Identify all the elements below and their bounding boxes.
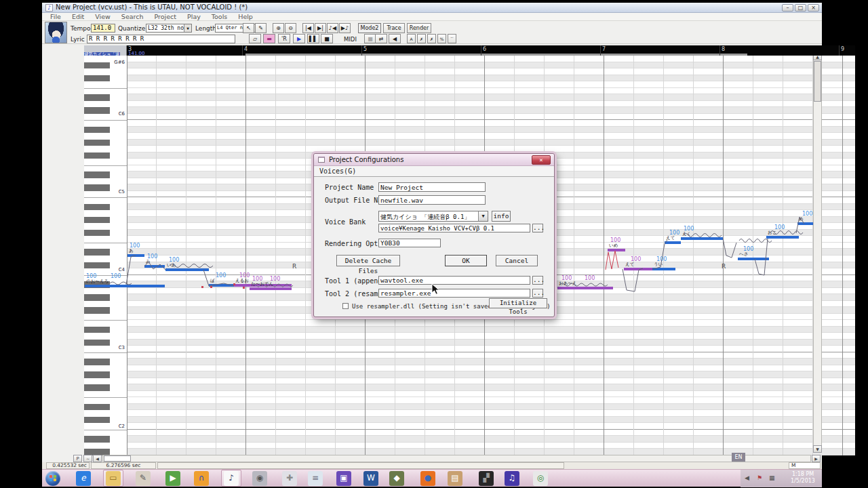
hscroll-option-button[interactable]: ~ — [83, 455, 92, 462]
vscroll-track[interactable] — [813, 53, 822, 453]
minimize-button[interactable]: – — [782, 4, 793, 12]
speaker-button[interactable]: ◀ — [389, 34, 401, 43]
gba-icon[interactable]: ▣ — [336, 471, 351, 486]
goto-start-icon[interactable]: |◀ — [302, 23, 314, 33]
piano-key-black[interactable] — [84, 171, 110, 178]
moviemaker-icon[interactable]: ▤ — [448, 471, 462, 486]
acpt-button[interactable]: A — [407, 34, 416, 43]
piano-key-black[interactable] — [84, 94, 110, 101]
piano-toggle-button[interactable]: P — [73, 455, 82, 462]
piano-key-black[interactable] — [84, 152, 110, 159]
voice-bank-select[interactable]: 健気カイショ 「連続音β 0.1」 ▼ — [378, 211, 488, 222]
piano-key-black[interactable] — [84, 249, 110, 256]
paint-icon[interactable]: ✎ — [136, 471, 151, 486]
network-icon[interactable]: ▦ — [769, 474, 775, 481]
prev-note-icon[interactable]: ♪◀ — [327, 23, 338, 33]
ie-icon[interactable]: e — [76, 471, 91, 486]
rest-tool[interactable]: 'R — [278, 34, 290, 43]
dialog-close-button[interactable]: × — [532, 155, 551, 165]
menu-item-help[interactable]: Help — [233, 13, 258, 20]
notepad-icon[interactable]: ≡ — [308, 471, 323, 486]
piano-key-black[interactable] — [84, 294, 110, 301]
play-button[interactable]: ▶ — [293, 34, 305, 43]
tool2-browse-button[interactable]: ... — [532, 289, 543, 298]
hscroll-track[interactable] — [102, 455, 811, 462]
firefox-icon[interactable]: ● — [420, 471, 435, 486]
pencil-tool-icon[interactable]: ✎ — [255, 23, 267, 33]
piano-key-black[interactable] — [84, 327, 110, 333]
piano-key-black[interactable] — [84, 127, 110, 134]
oto-button[interactable]: % — [437, 34, 446, 43]
mediaplayer-icon[interactable]: ▶ — [165, 471, 180, 486]
menu-item-search[interactable]: Search — [116, 13, 149, 20]
close-button[interactable]: × — [808, 4, 819, 12]
exp2-button[interactable]: ✗ — [417, 34, 426, 43]
action-center-flag-icon[interactable]: ⚑ — [757, 474, 762, 481]
chevron-down-icon[interactable]: ▼ — [478, 211, 488, 221]
dialog-menu-bar[interactable]: Voices(G) — [314, 166, 554, 177]
zoom-in-icon[interactable]: ⊕ — [273, 23, 284, 33]
piano-key-black[interactable] — [84, 417, 110, 424]
initialize-tools-button[interactable]: Initialize Tools — [489, 298, 547, 308]
tool1-browse-button[interactable]: ... — [532, 276, 543, 285]
menu-item-tools[interactable]: Tools — [206, 13, 233, 20]
use-resampler-checkbox[interactable] — [342, 303, 349, 309]
voice-path-browse-button[interactable]: ... — [532, 224, 543, 232]
piano-key-black[interactable] — [84, 384, 110, 391]
word-icon[interactable]: W — [363, 471, 378, 486]
menu-item-play[interactable]: Play — [182, 13, 206, 20]
region-tool[interactable]: ▱ — [249, 34, 261, 43]
menu-item-file[interactable]: File — [45, 13, 66, 20]
tool1-input[interactable] — [378, 276, 530, 285]
menu-item-project[interactable]: Project — [149, 13, 182, 20]
swap-button[interactable]: ⇄ — [375, 34, 387, 43]
piano-key-black[interactable] — [84, 359, 110, 365]
taskbar-clock[interactable]: 1:18 PM 1/5/2013 — [787, 471, 819, 485]
vscroll-thumb[interactable] — [814, 61, 821, 102]
marker-tool[interactable]: ▬ — [263, 34, 275, 43]
delete-cache-button[interactable]: Delete Cache Files — [336, 255, 400, 266]
audacity-icon[interactable]: ∩ — [194, 471, 209, 486]
cancel-button[interactable]: Cancel — [496, 255, 538, 266]
next-note-icon[interactable]: ▶♪ — [339, 23, 351, 33]
piano-key-black[interactable] — [84, 371, 110, 378]
mediago-icon[interactable]: ◉ — [252, 471, 267, 486]
piano-key-black[interactable] — [84, 436, 110, 443]
cursor-tool-icon[interactable]: ↖ — [243, 23, 254, 33]
piano-key-black[interactable] — [84, 281, 110, 288]
title-bar[interactable]: ♪ New Project (vcv.ust) - This is UTAU, … — [42, 3, 822, 13]
controller-icon[interactable]: ✚ — [282, 471, 297, 486]
quantize-select[interactable]: L32 32th note▼ — [146, 24, 192, 33]
mode-button[interactable]: Mode2 — [358, 23, 381, 33]
tool2-input[interactable] — [378, 289, 530, 298]
vscroll-down-button[interactable]: ▼ — [813, 445, 822, 453]
voice-path-input[interactable] — [378, 224, 530, 232]
hscroll-left-button[interactable]: ◀ — [93, 455, 102, 462]
render-button[interactable]: Render — [407, 23, 431, 33]
dialog-title-bar[interactable]: Project Configurations × — [314, 154, 554, 166]
zoom-out-icon[interactable]: ⊖ — [285, 23, 296, 33]
photoviewer-icon[interactable]: ▞ — [479, 471, 494, 486]
piano-key-black[interactable] — [84, 307, 110, 314]
start-button[interactable] — [45, 471, 60, 486]
music-icon[interactable]: ♫ — [505, 471, 519, 486]
rendering-options-input[interactable] — [378, 239, 441, 247]
stop-button[interactable]: ■ — [321, 34, 333, 43]
hscroll-thumb[interactable] — [104, 455, 131, 462]
language-bar[interactable]: EN — [732, 453, 745, 462]
maximize-button[interactable]: □ — [795, 4, 806, 12]
piano-key-black[interactable] — [84, 204, 110, 211]
piano-key-black[interactable] — [84, 75, 110, 82]
output-file-input[interactable] — [378, 195, 486, 205]
pause-button[interactable]: ▌▌ — [307, 34, 319, 43]
piano-key-black[interactable] — [84, 217, 110, 224]
volume-icon[interactable]: ◀ — [745, 474, 749, 481]
info-button[interactable]: info — [492, 211, 511, 222]
goto-end-icon[interactable]: ▶| — [315, 23, 326, 33]
track-name-box[interactable]: 健気カイショ「連 続音β 0.1」 — [84, 45, 127, 56]
menu-item-edit[interactable]: Edit — [66, 13, 90, 20]
menu-item-view[interactable]: View — [90, 13, 116, 20]
chevron-down-icon[interactable]: ▼ — [184, 24, 191, 32]
envelope-button[interactable]: ⌒ — [448, 34, 456, 43]
piano-key-black[interactable] — [84, 230, 110, 237]
